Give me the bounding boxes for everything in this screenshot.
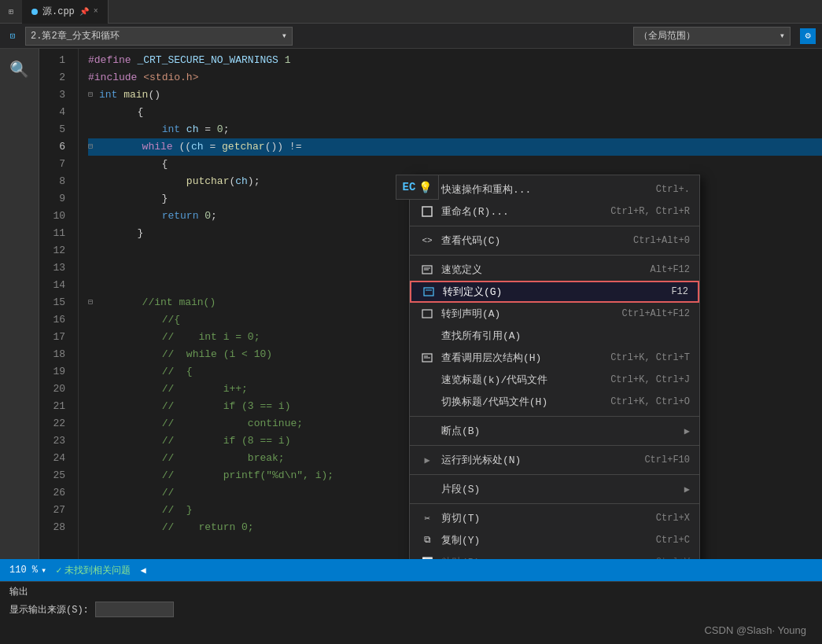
snippet-label: 片段(S) — [441, 482, 678, 496]
menu-paste[interactable]: ⬜ 粘贴(P) Ctrl+V — [410, 551, 699, 559]
menu-snippet[interactable]: 片段(S) ▶ — [410, 478, 699, 500]
paste-icon: ⬜ — [419, 554, 435, 559]
switch-file-label: 切换标题/代码文件(H) — [441, 395, 610, 409]
view-code-label: 查看代码(C) — [441, 234, 633, 248]
window-icon: ⊞ — [6, 7, 16, 17]
ln-11: 11 — [39, 225, 72, 242]
ln-24: 24 — [39, 450, 72, 467]
quick-nav-shortcut: Alt+F12 — [651, 264, 690, 275]
ec-tooltip[interactable]: EC 💡 — [396, 175, 439, 200]
status-check: ✓ 未找到相关问题 — [56, 564, 131, 577]
ec-text: EC — [403, 181, 416, 193]
svg-rect-0 — [422, 207, 432, 216]
output-source-input[interactable] — [95, 602, 174, 617]
ln-22: 22 — [39, 415, 72, 432]
ln-8: 8 — [39, 173, 72, 190]
code-line-6: ⊟ while ((ch = getchar()) != — [88, 138, 822, 156]
menu-quick-actions[interactable]: 💡 快速操作和重构... Ctrl+. — [410, 178, 699, 201]
separator-5 — [410, 474, 699, 475]
zoom-level: 110 % — [9, 565, 38, 576]
cut-shortcut: Ctrl+X — [656, 513, 690, 524]
svg-rect-6 — [422, 310, 432, 318]
snippet-icon — [419, 481, 435, 497]
ln-27: 27 — [39, 502, 72, 519]
scope-selector[interactable]: 2.第2章_分支和循环 ▾ — [25, 27, 293, 46]
ln-21: 21 — [39, 398, 72, 415]
code-line-7: { — [88, 156, 822, 173]
menu-copy[interactable]: ⧉ 复制(Y) Ctrl+C — [410, 529, 699, 551]
menu-breakpoint[interactable]: 断点(B) ▶ — [410, 420, 699, 442]
ln-10: 10 — [39, 208, 72, 225]
ln-23: 23 — [39, 432, 72, 450]
menu-cut[interactable]: ✂ 剪切(T) Ctrl+X — [410, 507, 699, 529]
code-line-4: { — [88, 104, 822, 121]
separator-6 — [410, 503, 699, 504]
find-refs-label: 查找所有引用(A) — [441, 329, 690, 343]
go-to-decl-shortcut: Ctrl+Alt+F12 — [622, 308, 690, 319]
menu-nav-file[interactable]: 速览标题(k)/代码文件 Ctrl+K, Ctrl+J — [410, 369, 699, 391]
separator-1 — [410, 226, 699, 226]
breakpoint-label: 断点(B) — [441, 424, 678, 438]
copy-label: 复制(Y) — [441, 533, 656, 547]
ln-6: 6 — [39, 138, 72, 156]
menu-call-hierarchy[interactable]: 查看调用层次结构(H) Ctrl+K, Ctrl+T — [410, 347, 699, 369]
quick-nav-icon — [419, 262, 435, 278]
toolbar-icon-1: ⊡ — [6, 30, 19, 42]
activity-search-icon[interactable]: 🔍 — [6, 55, 34, 83]
ln-16: 16 — [39, 311, 72, 329]
ln-14: 14 — [39, 277, 72, 294]
toolbar: ⊡ 2.第2章_分支和循环 ▾ （全局范围） ▾ ⚙ — [0, 24, 822, 49]
svg-rect-4 — [424, 288, 433, 296]
output-title: 输出 — [9, 585, 813, 598]
go-to-def-shortcut: F12 — [671, 286, 688, 297]
menu-run-to-cursor[interactable]: ▶ 运行到光标处(N) Ctrl+F10 — [410, 449, 699, 471]
ln-7: 7 — [39, 156, 72, 173]
quick-actions-label: 快速操作和重构... — [441, 182, 656, 197]
rename-shortcut: Ctrl+R, Ctrl+R — [610, 206, 690, 217]
editor-container: 🔍 1 2 3 4 5 6 7 8 9 10 11 12 13 14 15 16… — [0, 49, 822, 559]
ln-5: 5 — [39, 121, 72, 138]
activity-bar: 🔍 — [0, 49, 39, 559]
menu-find-refs[interactable]: 查找所有引用(A) — [410, 325, 699, 347]
separator-2 — [410, 255, 699, 256]
ln-18: 18 — [39, 346, 72, 363]
menu-rename[interactable]: 重命名(R)... Ctrl+R, Ctrl+R — [410, 201, 699, 223]
nav-file-shortcut: Ctrl+K, Ctrl+J — [610, 374, 690, 385]
rename-label: 重命名(R)... — [441, 204, 610, 219]
ln-4: 4 — [39, 104, 72, 121]
view-code-shortcut: Ctrl+Alt+0 — [633, 235, 690, 246]
cut-icon: ✂ — [419, 510, 435, 526]
go-to-def-icon — [421, 284, 437, 300]
switch-file-shortcut: Ctrl+K, Ctrl+O — [610, 396, 690, 407]
go-to-def-label: 转到定义(G) — [443, 285, 671, 299]
status-zoom[interactable]: 110 % ▾ — [9, 565, 46, 576]
tab-source[interactable]: 源.cpp 📌 × — [22, 0, 109, 24]
run-to-cursor-label: 运行到光标处(N) — [441, 453, 644, 467]
menu-switch-file[interactable]: 切换标题/代码文件(H) Ctrl+K, Ctrl+O — [410, 391, 699, 413]
ln-1: 1 — [39, 52, 72, 69]
output-source-label: 显示输出来源(S): — [9, 603, 89, 616]
check-icon: ✓ — [56, 565, 61, 576]
scope-right-selector[interactable]: （全局范围） ▾ — [633, 27, 791, 46]
copy-icon: ⧉ — [419, 532, 435, 548]
editor-main[interactable]: 1 2 3 4 5 6 7 8 9 10 11 12 13 14 15 16 1… — [39, 49, 822, 559]
tab-pin-icon[interactable]: 📌 — [79, 7, 89, 17]
run-to-cursor-icon: ▶ — [419, 452, 435, 468]
context-menu[interactable]: 💡 快速操作和重构... Ctrl+. 重命名(R)... Ctrl+R, Ct… — [409, 175, 700, 559]
code-line-3: ⊟int main() — [88, 86, 822, 104]
find-refs-icon — [419, 328, 435, 344]
ln-13: 13 — [39, 259, 72, 277]
menu-quick-nav[interactable]: 速览定义 Alt+F12 — [410, 259, 699, 281]
nav-file-label: 速览标题(k)/代码文件 — [441, 373, 610, 387]
call-hierarchy-shortcut: Ctrl+K, Ctrl+T — [610, 352, 690, 363]
ln-17: 17 — [39, 329, 72, 346]
output-source-row: 显示输出来源(S): — [9, 602, 813, 617]
tab-label: 源.cpp — [42, 5, 75, 18]
tab-close-button[interactable]: × — [94, 7, 98, 16]
menu-go-to-def[interactable]: 转到定义(G) F12 — [410, 281, 699, 303]
scope-right-label: （全局范围） — [639, 29, 695, 42]
code-line-1: #define _CRT_SECURE_NO_WARNINGS 1 — [88, 52, 822, 69]
settings-icon[interactable]: ⚙ — [800, 28, 816, 44]
menu-go-to-decl[interactable]: 转到声明(A) Ctrl+Alt+F12 — [410, 303, 699, 325]
menu-view-code[interactable]: <> 查看代码(C) Ctrl+Alt+0 — [410, 230, 699, 252]
